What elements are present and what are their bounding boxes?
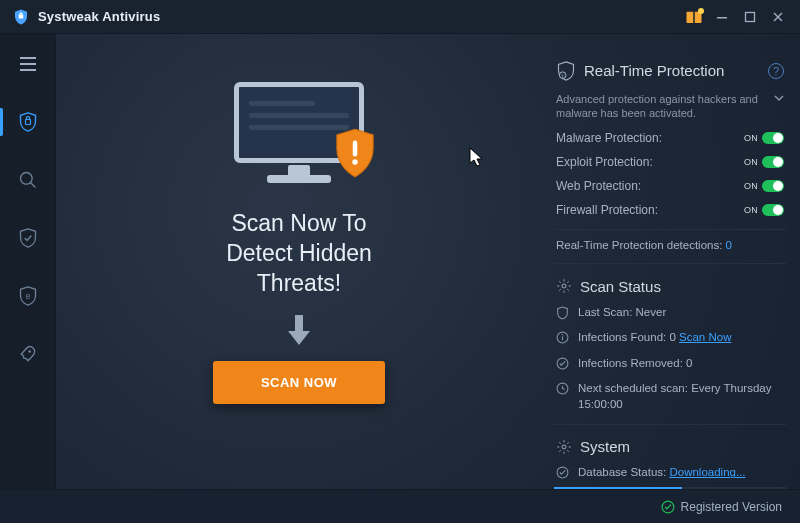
- rtp-row-malware: Malware Protection: ON: [556, 131, 784, 145]
- rtp-row-exploit: Exploit Protection: ON: [556, 155, 784, 169]
- rtp-title: Real-Time Protection: [584, 62, 760, 79]
- svg-point-13: [562, 284, 566, 288]
- svg-rect-5: [25, 120, 30, 125]
- rtp-header: i Real-Time Protection ?: [556, 60, 784, 82]
- rtp-advanced-toggle[interactable]: Advanced protection against hackers and …: [556, 92, 784, 122]
- app-title: Systweak Antivirus: [38, 9, 160, 24]
- maximize-button[interactable]: [736, 5, 764, 29]
- footer: Registered Version: [0, 489, 800, 523]
- scan-now-link[interactable]: Scan Now: [679, 331, 731, 343]
- toggle-firewall[interactable]: [762, 204, 784, 216]
- infections-removed-row: Infections Removed: 0: [556, 356, 784, 372]
- sidebar: e: [0, 34, 56, 489]
- gear-icon: [556, 439, 572, 455]
- chevron-down-icon: [774, 94, 784, 102]
- svg-rect-15: [562, 337, 563, 341]
- toggle-web[interactable]: [762, 180, 784, 192]
- alert-shield-icon: [332, 127, 378, 179]
- scan-status-header: Scan Status: [556, 278, 784, 295]
- next-scan-row: Next scheduled scan: Every Thursday 15:0…: [556, 381, 784, 412]
- monitor-illustration: [224, 82, 374, 187]
- nav-quarantine[interactable]: [0, 218, 56, 258]
- rtp-row-web: Web Protection: ON: [556, 179, 784, 193]
- toggle-exploit[interactable]: [762, 156, 784, 168]
- svg-point-6: [20, 173, 32, 185]
- scan-status-title: Scan Status: [580, 278, 784, 295]
- help-icon[interactable]: ?: [768, 63, 784, 79]
- info-icon: [556, 331, 570, 344]
- nav-scan[interactable]: [0, 160, 56, 200]
- check-icon: [661, 500, 675, 514]
- nav-protection[interactable]: [0, 102, 56, 142]
- toggle-malware[interactable]: [762, 132, 784, 144]
- clock-icon: [556, 382, 570, 395]
- svg-point-8: [28, 350, 31, 353]
- db-status-value[interactable]: Downloading...: [669, 466, 745, 478]
- shield-info-icon: i: [556, 60, 576, 82]
- check-circle-icon: [556, 357, 570, 370]
- system-title: System: [580, 438, 784, 455]
- nav-browser[interactable]: e: [0, 276, 56, 316]
- gear-icon: [556, 278, 572, 294]
- app-logo-icon: [12, 8, 30, 26]
- svg-point-19: [562, 445, 566, 449]
- svg-point-10: [352, 159, 357, 164]
- menu-button[interactable]: [0, 44, 56, 84]
- svg-rect-16: [562, 334, 563, 335]
- rtp-row-firewall: Firewall Protection: ON: [556, 203, 784, 217]
- check-circle-icon: [556, 466, 570, 479]
- center-pane: Scan Now To Detect Hidden Threats! SCAN …: [56, 34, 542, 489]
- rtp-advanced-text: Advanced protection against hackers and …: [556, 92, 766, 122]
- shield-small-icon: [556, 306, 570, 320]
- scan-now-button[interactable]: SCAN NOW: [213, 361, 385, 404]
- svg-text:e: e: [25, 291, 30, 301]
- minimize-button[interactable]: [708, 5, 736, 29]
- right-panel: i Real-Time Protection ? Advanced protec…: [542, 34, 800, 489]
- db-status-row: Database Status: Downloading...: [556, 465, 784, 481]
- svg-text:i: i: [562, 72, 563, 78]
- svg-rect-2: [693, 10, 695, 24]
- cursor-icon: [469, 147, 483, 167]
- last-scan-row: Last Scan: Never: [556, 305, 784, 321]
- system-header: System: [556, 438, 784, 455]
- registered-label: Registered Version: [681, 500, 782, 514]
- headline: Scan Now To Detect Hidden Threats!: [226, 209, 372, 299]
- svg-rect-9: [353, 141, 358, 157]
- infections-found-row: Infections Found: 0 Scan Now: [556, 330, 784, 346]
- db-progress: [554, 487, 786, 489]
- svg-rect-4: [746, 12, 755, 21]
- arrow-down-icon: [284, 313, 314, 347]
- close-button[interactable]: [764, 5, 792, 29]
- svg-rect-3: [717, 17, 727, 19]
- nav-boost[interactable]: [0, 334, 56, 374]
- rtp-detections: Real-Time Protection detections: 0: [556, 239, 784, 251]
- promo-icon[interactable]: [680, 5, 708, 29]
- title-bar: Systweak Antivirus: [0, 0, 800, 34]
